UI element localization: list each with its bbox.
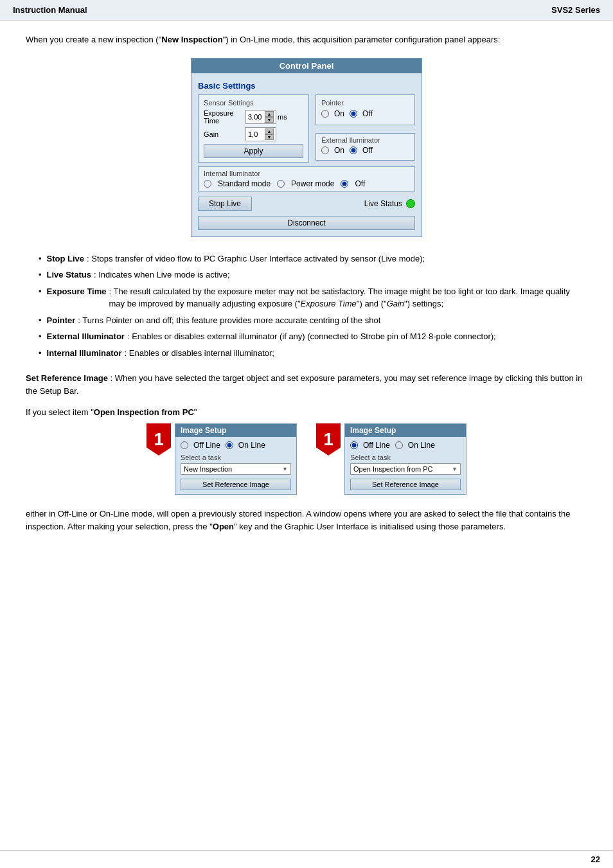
live-status-indicator [406, 199, 415, 208]
ext-on-radio[interactable] [321, 146, 329, 154]
right-online-radio[interactable] [395, 441, 403, 449]
panel-number-right: 1 [316, 423, 341, 456]
bullet-label-live-status: Live Status [47, 269, 91, 281]
left-task-select[interactable]: New Inspection ▼ [181, 463, 291, 475]
exposure-row: Exposure Time 3,00 ▲ ▼ ms [204, 109, 303, 125]
bullet-label-pointer: Pointer [47, 314, 76, 327]
image-setup-box-left: Image Setup Off Line On Line Select a ta… [175, 423, 297, 495]
header-right: SVS2 Series [551, 5, 600, 15]
exposure-up[interactable]: ▲ [265, 111, 274, 117]
left-radio-row: Off Line On Line [181, 441, 291, 450]
right-set-ref-button[interactable]: Set Reference Image [350, 479, 461, 490]
page-footer: 22 [0, 850, 613, 868]
gain-input[interactable]: 1,0 ▲ ▼ [245, 127, 276, 141]
set-reference-text: : When you have selected the target obje… [26, 373, 582, 396]
control-panel-title: Control Panel [191, 58, 422, 73]
header-left: Instruction Manual [13, 5, 87, 15]
control-panel: Control Panel Basic Settings Sensor Sett… [191, 58, 422, 237]
internal-illuminator-label: Internal Iluminator [204, 170, 409, 177]
live-status-label: Live Status [364, 199, 402, 208]
gain-label: Gain [204, 130, 245, 138]
stop-live-row: Stop Live Live Status [198, 197, 415, 211]
right-task-arrow: ▼ [452, 466, 458, 472]
left-select-task-label: Select a task [181, 454, 291, 461]
pointer-radio-row: On Off [321, 109, 409, 118]
basic-settings-label: Basic Settings [198, 81, 415, 91]
bullet-item-internal-illuminator: Internal Illuminator : Enables or disabl… [26, 347, 587, 360]
image-setup-panel-right: 1 Image Setup Off Line On Line Select a … [316, 423, 466, 495]
disconnect-button[interactable]: Disconnect [198, 216, 415, 230]
panel-number-left: 1 [147, 423, 171, 456]
image-setup-panels: 1 Image Setup Off Line On Line Select a … [26, 423, 587, 495]
exposure-down[interactable]: ▼ [265, 117, 274, 123]
image-setup-body-right: Off Line On Line Select a task Open Insp… [345, 437, 466, 494]
int-off-label: Off [355, 179, 365, 188]
page-content: When you create a new inspection ("New I… [0, 21, 613, 850]
standard-mode-radio[interactable] [204, 180, 211, 188]
stop-live-button[interactable]: Stop Live [198, 197, 252, 211]
intro-text: When you create a new inspection ("New I… [26, 33, 587, 46]
bullet-label-exposure: Exposure Time [47, 285, 107, 298]
pointer-label: Pointer [321, 99, 409, 107]
control-panel-body: Basic Settings Sensor Settings Exposure … [191, 77, 422, 236]
control-panel-container: Control Panel Basic Settings Sensor Sett… [26, 58, 587, 237]
external-illuminator-box: External Iluminator On Off [315, 133, 415, 161]
bullet-item-exposure: Exposure Time : The result calculated by… [26, 285, 587, 310]
left-offline-radio[interactable] [181, 441, 188, 449]
gain-row: Gain 1,0 ▲ ▼ [204, 127, 303, 141]
bullet-item-live-status: Live Status : Indicates when Live mode i… [26, 269, 587, 281]
exposure-input[interactable]: 3,00 ▲ ▼ [245, 110, 276, 124]
internal-illuminator-box: Internal Iluminator Standard mode Power … [198, 166, 415, 191]
sensor-settings-label: Sensor Settings [204, 99, 303, 107]
set-reference-section: Set Reference Image : When you have sele… [26, 372, 587, 397]
left-task-arrow: ▼ [282, 466, 288, 472]
right-select-task-label: Select a task [350, 454, 461, 461]
pointer-box: Pointer On Off [315, 94, 415, 125]
apply-button[interactable]: Apply [204, 144, 303, 158]
gain-spinner[interactable]: ▲ ▼ [265, 128, 274, 140]
pointer-on-radio[interactable] [321, 110, 329, 118]
bullet-item-pointer: Pointer : Turns Pointer on and off; this… [26, 314, 587, 327]
pointer-off-radio[interactable] [350, 110, 357, 118]
bullet-label-external-illuminator: External Illuminator [47, 330, 125, 343]
external-illuminator-label: External Iluminator [321, 136, 409, 144]
left-online-radio[interactable] [226, 441, 233, 449]
image-setup-body-left: Off Line On Line Select a task New Inspe… [175, 437, 296, 494]
ext-off-radio[interactable] [350, 146, 357, 154]
image-setup-box-right: Image Setup Off Line On Line Select a ta… [344, 423, 466, 495]
image-setup-panel-left: 1 Image Setup Off Line On Line Select a … [147, 423, 297, 495]
ext-radio-row: On Off [321, 146, 409, 155]
int-off-radio[interactable] [341, 180, 348, 188]
bullet-list: Stop Live : Stops transfer of video flow… [26, 252, 587, 360]
standard-mode-label: Standard mode [218, 179, 271, 188]
exposure-unit: ms [278, 113, 287, 121]
open-inspection-text: If you select item "Open Inspection from… [26, 407, 587, 417]
bullet-label-stop-live: Stop Live [47, 252, 85, 265]
live-status-row: Live Status [364, 199, 415, 208]
image-setup-title-left: Image Setup [175, 424, 296, 437]
ext-on-label: On [334, 146, 344, 155]
exposure-spinner[interactable]: ▲ ▼ [265, 111, 274, 123]
gain-up[interactable]: ▲ [265, 128, 274, 134]
right-radio-row: Off Line On Line [350, 441, 461, 450]
gain-down[interactable]: ▼ [265, 134, 274, 140]
right-offline-label: Off Line [363, 441, 390, 450]
bullet-item-external-illuminator: External Illuminator : Enables or disabl… [26, 330, 587, 343]
right-online-label: On Line [408, 441, 435, 450]
left-offline-label: Off Line [193, 441, 220, 450]
right-offline-radio[interactable] [350, 441, 358, 449]
power-mode-radio[interactable] [277, 180, 285, 188]
ext-off-label: Off [362, 146, 373, 155]
sensor-pointer-row: Sensor Settings Exposure Time 3,00 ▲ ▼ [198, 94, 415, 163]
page-number: 22 [591, 855, 600, 864]
bullet-item-stop-live: Stop Live : Stops transfer of video flow… [26, 252, 587, 265]
exposure-label: Exposure Time [204, 109, 245, 125]
bottom-text: either in Off-Line or On-Line mode, will… [26, 508, 587, 533]
right-task-select[interactable]: Open Inspection from PC ▼ [350, 463, 461, 475]
bullet-label-internal-illuminator: Internal Illuminator [47, 347, 122, 360]
left-set-ref-button[interactable]: Set Reference Image [181, 479, 291, 490]
page-header: Instruction Manual SVS2 Series [0, 0, 613, 21]
sensor-settings-box: Sensor Settings Exposure Time 3,00 ▲ ▼ [198, 94, 309, 163]
pointer-off-label: Off [362, 109, 373, 118]
set-reference-bold: Set Reference Image [26, 373, 108, 383]
